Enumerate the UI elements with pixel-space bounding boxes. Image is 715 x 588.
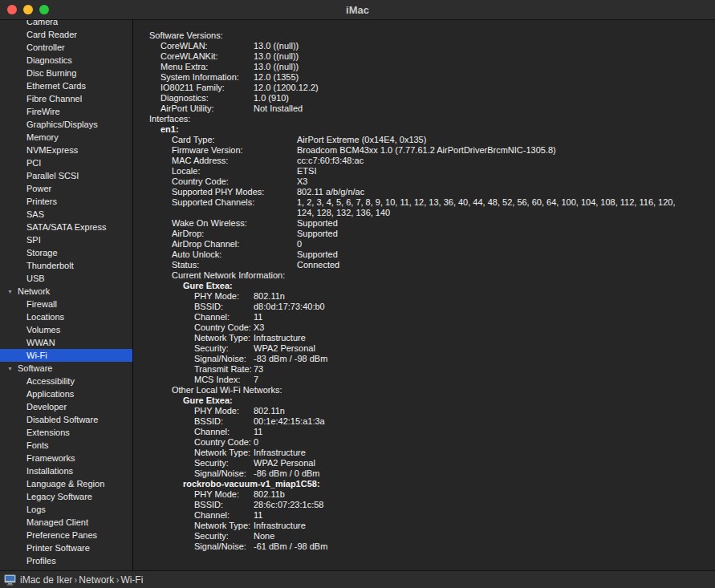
report-row: Signal/Noise:-83 dBm / -98 dBm [149, 354, 694, 364]
report-row: AirPort Utility:Not Installed [149, 103, 694, 114]
sidebar-item-logs[interactable]: Logs [0, 503, 132, 516]
report-row: Country Code:X3 [149, 322, 694, 333]
sidebar-item-volumes[interactable]: Volumes [0, 323, 132, 336]
sidebar-item-extensions[interactable]: Extensions [0, 426, 132, 439]
report-row: rockrobo-vacuum-v1_miap1C58: [149, 479, 694, 489]
report-pane[interactable]: Software Versions:CoreWLAN:13.0 ((null))… [134, 20, 715, 570]
sidebar-item-wwan[interactable]: WWAN [0, 336, 132, 349]
sidebar-item-disabled-software[interactable]: Disabled Software [0, 413, 132, 426]
report-row: CoreWLANKit:13.0 ((null)) [149, 51, 694, 62]
sidebar-item-graphics-displays[interactable]: Graphics/Displays [0, 118, 132, 131]
titlebar[interactable]: iMac [0, 0, 715, 20]
sidebar-item-card-reader[interactable]: Card Reader [0, 28, 132, 41]
row-label: Interfaces: [149, 114, 254, 124]
row-value: 00:1e:42:15:a1:3a [254, 416, 694, 427]
sidebar-item-locations[interactable]: Locations [0, 310, 132, 323]
report-row: PHY Mode:802.11n [149, 406, 694, 416]
zoom-button[interactable] [39, 5, 49, 14]
sidebar-item-sas[interactable]: SAS [0, 208, 132, 221]
sidebar-item-sata-sata-express[interactable]: SATA/SATA Express [0, 221, 132, 233]
sidebar-item-label: Applications [26, 389, 74, 399]
close-button[interactable] [7, 5, 17, 14]
sidebar-item-developer[interactable]: Developer [0, 400, 132, 413]
row-label: Country Code: [149, 322, 254, 333]
sidebar-item-printers[interactable]: Printers [0, 195, 132, 208]
breadcrumb-item[interactable]: Network [79, 574, 114, 586]
row-value: 0 [297, 239, 694, 249]
sidebar-item-label: SAS [26, 209, 44, 219]
row-label: Diagnostics: [149, 93, 254, 103]
row-label: Network Type: [149, 521, 254, 531]
report-row: Transmit Rate:73 [149, 364, 694, 375]
row-value: WPA2 Personal [254, 343, 694, 354]
breadcrumb-item[interactable]: Wi-Fi [120, 574, 143, 586]
sidebar-item-preference-panes[interactable]: Preference Panes [0, 529, 132, 541]
sidebar-item-firewall[interactable]: Firewall [0, 298, 132, 310]
row-value [254, 395, 694, 406]
sidebar-item-installations[interactable]: Installations [0, 464, 132, 477]
sidebar-item-label: Card Reader [26, 30, 77, 39]
report-row: Gure Etxea: [149, 395, 694, 406]
row-value: 1, 2, 3, 4, 5, 6, 7, 8, 9, 10, 11, 12, 1… [297, 197, 694, 218]
sidebar-item-language-region[interactable]: Language & Region [0, 477, 132, 490]
sidebar-item-usb[interactable]: USB [0, 272, 132, 285]
breadcrumb-item[interactable]: iMac de Iker [20, 574, 72, 586]
sidebar-item-label: Extensions [26, 428, 70, 437]
row-label: Country Code: [149, 176, 297, 187]
sidebar-section-software[interactable]: ▼Software [0, 362, 132, 375]
row-value: 0 [254, 437, 694, 448]
sidebar-item-parallel-scsi[interactable]: Parallel SCSI [0, 169, 132, 182]
sidebar-item-printer-software[interactable]: Printer Software [0, 541, 132, 554]
row-value: Infrastructure [254, 333, 694, 343]
row-label: BSSID: [149, 500, 254, 510]
sidebar-item-accessibility[interactable]: Accessibility [0, 375, 132, 387]
report-row: AirDrop Channel:0 [149, 239, 694, 249]
row-value: 13.0 ((null)) [254, 51, 694, 62]
row-value: AirPort Extreme (0x14E4, 0x135) [297, 135, 694, 145]
sidebar-item-managed-client[interactable]: Managed Client [0, 516, 132, 529]
row-label: Signal/Noise: [149, 354, 254, 364]
sidebar-item-diagnostics[interactable]: Diagnostics [0, 54, 132, 67]
report-row: System Information:12.0 (1355) [149, 72, 694, 83]
sidebar-item-thunderbolt[interactable]: Thunderbolt [0, 259, 132, 272]
sidebar-item-pci[interactable]: PCI [0, 156, 132, 169]
row-label: Network Type: [149, 448, 254, 458]
sidebar-item-label: Firewall [26, 299, 57, 309]
sidebar-section-network[interactable]: ▼Network [0, 285, 132, 298]
report-row: Status:Connected [149, 260, 694, 270]
sidebar-item-ethernet-cards[interactable]: Ethernet Cards [0, 79, 132, 92]
sidebar-item-wi-fi[interactable]: Wi-Fi [0, 349, 132, 362]
sidebar-item-legacy-software[interactable]: Legacy Software [0, 490, 132, 503]
report-row: Card Type:AirPort Extreme (0x14E4, 0x135… [149, 135, 694, 145]
disclosure-triangle-icon[interactable]: ▼ [7, 366, 14, 371]
sidebar-item-applications[interactable]: Applications [0, 387, 132, 400]
row-value: 28:6c:07:23:1c:58 [254, 500, 694, 510]
sidebar-item-storage[interactable]: Storage [0, 246, 132, 259]
sidebar-item-nvmexpress[interactable]: NVMExpress [0, 144, 132, 156]
row-value [254, 30, 694, 41]
sidebar[interactable]: CameraCard ReaderControllerDiagnosticsDi… [0, 20, 133, 570]
sidebar-item-label: Language & Region [26, 479, 104, 489]
report-row: Locale:ETSI [149, 166, 694, 176]
report-row: Country Code:X3 [149, 176, 694, 187]
minimize-button[interactable] [23, 5, 33, 14]
row-value [254, 114, 694, 124]
report-row: Diagnostics:1.0 (910) [149, 93, 694, 103]
report-row: IO80211 Family:12.0 (1200.12.2) [149, 83, 694, 93]
sidebar-item-firewire[interactable]: FireWire [0, 105, 132, 118]
row-label: AirDrop: [149, 229, 297, 239]
sidebar-item-camera[interactable]: Camera [0, 20, 132, 28]
disclosure-triangle-icon[interactable]: ▼ [7, 289, 14, 294]
row-label: Channel: [149, 427, 254, 437]
sidebar-item-profiles[interactable]: Profiles [0, 554, 132, 567]
sidebar-item-fonts[interactable]: Fonts [0, 439, 132, 452]
sidebar-item-fibre-channel[interactable]: Fibre Channel [0, 92, 132, 105]
sidebar-item-label: FireWire [26, 107, 60, 116]
sidebar-item-spi[interactable]: SPI [0, 233, 132, 246]
row-label: Gure Etxea: [149, 281, 254, 291]
sidebar-item-memory[interactable]: Memory [0, 131, 132, 144]
sidebar-item-power[interactable]: Power [0, 182, 132, 195]
sidebar-item-disc-burning[interactable]: Disc Burning [0, 67, 132, 79]
sidebar-item-controller[interactable]: Controller [0, 41, 132, 54]
sidebar-item-frameworks[interactable]: Frameworks [0, 452, 132, 464]
